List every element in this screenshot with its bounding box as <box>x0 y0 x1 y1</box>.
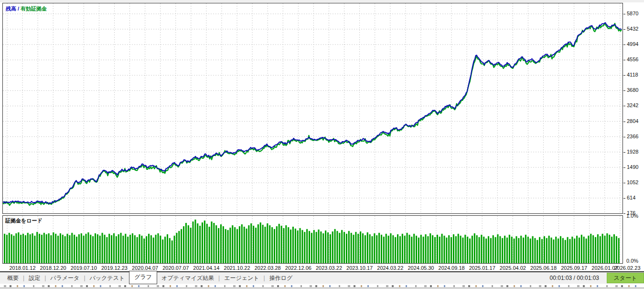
y-axis-label: 5870 <box>627 11 638 16</box>
y-axis-tick <box>623 60 625 60</box>
x-axis-label: 2024.05.30 <box>403 265 439 271</box>
x-axis-label: 2022.12.06 <box>280 265 316 271</box>
margin-load-chart-panel[interactable]: 証拠金をロード <box>2 215 623 264</box>
x-axis-label: 2021.04.14 <box>189 265 224 271</box>
tab-optimization-results[interactable]: オプティマイズ結果 <box>157 273 218 284</box>
legend-equity-label: 有効証拠金 <box>21 6 47 11</box>
x-axis-label: 2024.03.22 <box>373 265 408 271</box>
y-axis-tick <box>623 75 625 76</box>
y-axis-label: 4994 <box>627 41 638 47</box>
tab-settings[interactable]: 設定 <box>24 273 44 284</box>
y-axis-tick <box>623 29 625 30</box>
tab-agents[interactable]: エージェント <box>220 273 263 284</box>
x-axis-label: 2019.07.10 <box>66 265 101 271</box>
y-axis-tick <box>623 44 625 45</box>
tester-tab-bar: 概要|設定|パラメータ|バックテストグラフオプティマイズ結果|エージェント|操作… <box>0 271 644 284</box>
x-axis-label: 2019.12.23 <box>97 265 132 271</box>
y-axis-label: 1490 <box>627 164 638 170</box>
cropped-toolbar-strip <box>0 284 644 289</box>
y-axis-tick <box>623 14 625 14</box>
x-axis-label: 2022.03.28 <box>250 265 285 271</box>
legend-separator: / <box>18 6 19 11</box>
x-axis-label: 2025.01.17 <box>464 265 500 271</box>
y-axis-label: 2804 <box>627 118 638 124</box>
y-axis-label: 4556 <box>627 56 638 62</box>
tab-journal[interactable]: 操作ログ <box>265 273 297 284</box>
y-axis-label: 1052 <box>627 179 638 185</box>
balance-equity-chart-panel[interactable]: 残高/有効証拠金 <box>2 3 623 214</box>
margin-axis-min-label: 0.0% <box>626 258 638 264</box>
y-axis-label: 3680 <box>627 87 638 93</box>
y-axis-label: 5432 <box>627 26 638 32</box>
x-axis-label: 2020.07.07 <box>158 265 193 271</box>
y-axis-tick <box>623 90 625 91</box>
y-axis-label: 614 <box>627 195 635 200</box>
y-axis-tick <box>623 167 625 168</box>
x-axis-label: 2025.09.17 <box>557 265 592 271</box>
y-axis-tick <box>623 183 625 183</box>
margin-load-label: 証拠金をロード <box>5 217 43 224</box>
legend-balance-label: 残高 <box>6 6 16 11</box>
x-axis-label: 2026.02.23 <box>610 265 644 271</box>
y-axis-label: 4118 <box>627 72 638 78</box>
cropped-toolbar-content <box>4 285 640 287</box>
x-axis-label: 2020.04.07 <box>128 265 163 271</box>
tab-overview[interactable]: 概要 <box>3 273 23 284</box>
tab-parameters[interactable]: パラメータ <box>46 273 84 284</box>
start-button[interactable]: スタート <box>607 273 644 283</box>
y-axis-tick <box>623 137 625 137</box>
strategy-tester-graph-window: 残高/有効証拠金 証拠金をロード 58705432499445564118368… <box>0 0 644 289</box>
y-axis-tick <box>623 198 625 199</box>
y-axis-label: 1928 <box>627 149 638 155</box>
y-axis-label: 2366 <box>627 133 638 139</box>
y-axis-tick <box>623 106 625 106</box>
tab-backtest[interactable]: バックテスト <box>86 273 129 284</box>
x-axis-label: 2025.04.02 <box>495 265 530 271</box>
margin-load-chart <box>3 216 623 263</box>
margin-axis-max-label: 1.0% <box>626 213 638 219</box>
y-axis-tick <box>623 122 625 122</box>
chart-legend: 残高/有効証拠金 <box>6 5 47 12</box>
y-axis-label: 3242 <box>627 102 638 108</box>
x-axis-label: 2024.09.18 <box>434 265 469 271</box>
x-axis-label: 2018.01.12 <box>5 265 40 271</box>
elapsed-time: 00:01:03 / 00:01:03 <box>550 275 607 281</box>
window-top-strip <box>0 0 644 2</box>
y-axis-tick <box>623 152 625 153</box>
y-axis-tick <box>623 213 625 214</box>
x-axis-label: 2023.03.22 <box>311 265 347 271</box>
x-axis-label: 2023.10.17 <box>342 265 377 271</box>
tab-graph[interactable]: グラフ <box>129 271 157 284</box>
x-axis-label: 2018.12.20 <box>35 265 71 271</box>
tab-strip: 概要|設定|パラメータ|バックテストグラフオプティマイズ結果|エージェント|操作… <box>3 272 297 284</box>
x-axis-label: 2021.10.22 <box>219 265 255 271</box>
balance-equity-chart <box>3 3 623 213</box>
x-axis-label: 2025.06.18 <box>526 265 561 271</box>
